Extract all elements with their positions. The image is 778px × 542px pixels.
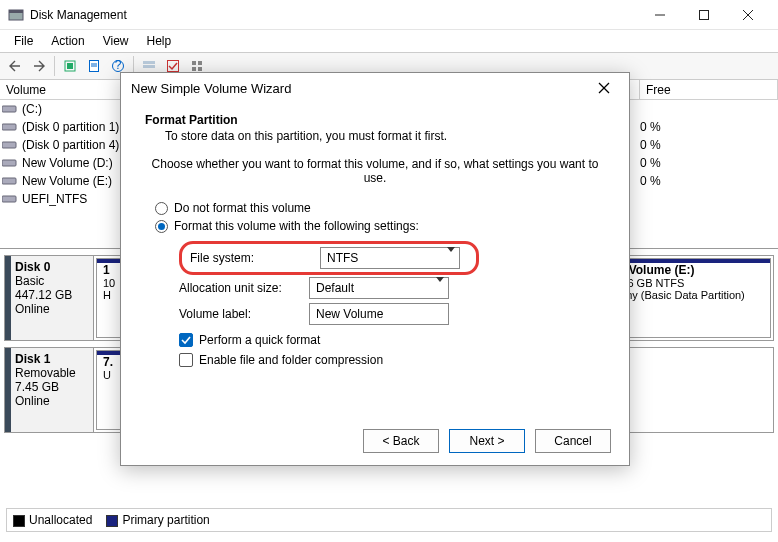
partition-info: U	[103, 369, 117, 381]
menu-file[interactable]: File	[6, 32, 41, 50]
volume-icon	[2, 157, 18, 169]
svg-rect-17	[198, 61, 202, 65]
svg-rect-21	[2, 124, 16, 130]
radio-icon	[155, 202, 168, 215]
svg-rect-24	[2, 178, 16, 184]
volume-label-input[interactable]	[309, 303, 449, 325]
back-button[interactable]: < Back	[363, 429, 439, 453]
nav-back-button[interactable]	[4, 55, 26, 77]
close-button[interactable]	[726, 1, 770, 29]
compression-label: Enable file and folder compression	[199, 353, 383, 367]
disk-name: Disk 0	[15, 260, 87, 274]
legend: Unallocated Primary partition	[6, 508, 772, 532]
dialog-close-button[interactable]	[589, 73, 619, 103]
svg-rect-19	[198, 67, 202, 71]
partition-title: 7.	[103, 355, 117, 369]
maximize-button[interactable]	[682, 1, 726, 29]
disk-name: Disk 1	[15, 352, 87, 366]
svg-rect-18	[192, 67, 196, 71]
disk-status: Online	[15, 302, 87, 316]
svg-rect-25	[2, 196, 16, 202]
radio-format[interactable]: Format this volume with the following se…	[155, 219, 605, 233]
compression-checkbox[interactable]: Enable file and folder compression	[179, 353, 605, 367]
partition-info: 10	[103, 277, 117, 289]
svg-rect-3	[700, 10, 709, 19]
dialog-prompt: Choose whether you want to format this v…	[145, 157, 605, 185]
window-title: Disk Management	[30, 8, 638, 22]
file-system-select[interactable]: NTFS	[320, 247, 460, 269]
disk-header[interactable]: Disk 1 Removable 7.45 GB Online	[4, 347, 94, 433]
svg-rect-23	[2, 160, 16, 166]
format-settings: File system: NTFS Allocation unit size: …	[179, 241, 605, 367]
legend-primary: Primary partition	[106, 513, 209, 527]
disk-type: Basic	[15, 274, 87, 288]
checkbox-icon	[179, 353, 193, 367]
svg-rect-14	[143, 65, 155, 68]
disk-header[interactable]: Disk 0 Basic 447.12 GB Online	[4, 255, 94, 341]
file-system-value: NTFS	[327, 251, 358, 265]
menu-bar: File Action View Help	[0, 30, 778, 52]
svg-rect-1	[9, 10, 23, 13]
radio-no-format-label: Do not format this volume	[174, 201, 311, 215]
chevron-down-icon	[436, 282, 444, 296]
radio-icon	[155, 220, 168, 233]
quick-format-label: Perform a quick format	[199, 333, 320, 347]
column-free[interactable]: Free	[640, 80, 778, 100]
allocation-label: Allocation unit size:	[179, 281, 309, 295]
svg-rect-20	[2, 106, 16, 112]
volume-icon	[2, 121, 18, 133]
menu-view[interactable]: View	[95, 32, 137, 50]
disk-type: Removable	[15, 366, 87, 380]
dialog-title: New Simple Volume Wizard	[131, 81, 589, 96]
svg-text:?: ?	[115, 59, 122, 72]
volume-free: 0 %	[640, 120, 661, 134]
volume-icon	[2, 103, 18, 115]
quick-format-checkbox[interactable]: Perform a quick format	[179, 333, 605, 347]
svg-rect-13	[143, 61, 155, 64]
volume-icon	[2, 139, 18, 151]
partition-title: 1	[103, 263, 117, 277]
app-icon	[8, 7, 24, 23]
toolbar-separator	[54, 56, 55, 76]
chevron-down-icon	[447, 252, 455, 266]
volume-label-label: Volume label:	[179, 307, 309, 321]
cancel-button[interactable]: Cancel	[535, 429, 611, 453]
scan-button[interactable]	[59, 55, 81, 77]
partition-info: H	[103, 289, 117, 301]
file-system-highlight: File system: NTFS	[179, 241, 479, 275]
properties-button[interactable]	[83, 55, 105, 77]
volume-free: 0 %	[640, 138, 661, 152]
nav-forward-button[interactable]	[28, 55, 50, 77]
dialog-buttons: < Back Next > Cancel	[363, 429, 611, 453]
disk-status: Online	[15, 394, 87, 408]
radio-format-label: Format this volume with the following se…	[174, 219, 419, 233]
disk-size: 7.45 GB	[15, 380, 87, 394]
volume-free: 0 %	[640, 156, 661, 170]
volume-icon	[2, 193, 18, 205]
volume-icon	[2, 175, 18, 187]
svg-rect-16	[192, 61, 196, 65]
menu-action[interactable]: Action	[43, 32, 92, 50]
svg-rect-22	[2, 142, 16, 148]
wizard-dialog: New Simple Volume Wizard Format Partitio…	[120, 72, 630, 466]
menu-help[interactable]: Help	[139, 32, 180, 50]
checkbox-icon	[179, 333, 193, 347]
svg-rect-7	[67, 63, 73, 69]
next-button[interactable]: Next >	[449, 429, 525, 453]
file-system-label: File system:	[190, 251, 320, 265]
dialog-titlebar: New Simple Volume Wizard	[121, 73, 629, 103]
disk-size: 447.12 GB	[15, 288, 87, 302]
radio-no-format[interactable]: Do not format this volume	[155, 201, 605, 215]
allocation-select[interactable]: Default	[309, 277, 449, 299]
legend-unallocated: Unallocated	[13, 513, 92, 527]
dialog-body: Format Partition To store data on this p…	[121, 103, 629, 367]
dialog-subheading: To store data on this partition, you mus…	[165, 129, 605, 143]
title-bar: Disk Management	[0, 0, 778, 30]
dialog-heading: Format Partition	[145, 113, 605, 127]
minimize-button[interactable]	[638, 1, 682, 29]
volume-free: 0 %	[640, 174, 661, 188]
allocation-value: Default	[316, 281, 354, 295]
